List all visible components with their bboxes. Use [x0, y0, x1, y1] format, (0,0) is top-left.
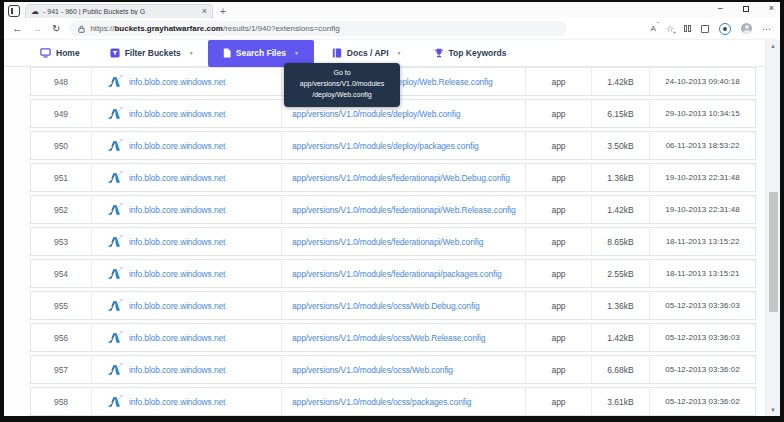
file-size: 8.65kB [591, 228, 649, 255]
nav-item-home[interactable]: Home [40, 48, 80, 58]
bucket-cell: ↗ info.blob.core.windows.net [91, 196, 281, 223]
collections-icon[interactable] [701, 25, 709, 33]
nav-label: Docs / API [347, 48, 389, 58]
results-area: 948 ↗ info.blob.core.windows.net app/ver… [4, 67, 780, 416]
tab-strip: ☁ - 941 - 960 | Public Buckets by G × + … [4, 2, 780, 18]
file-link[interactable]: app/versions/V1.0/modules/federationapi/… [292, 205, 516, 215]
file-type: app [525, 68, 591, 95]
external-link-icon: ↗ [118, 73, 123, 80]
browser-tab[interactable]: ☁ - 941 - 960 | Public Buckets by G × [25, 4, 213, 18]
file-cell: app/versions/V1.0/modules/deploy/package… [281, 132, 525, 159]
file-link[interactable]: app/versions/V1.0/modules/federationapi/… [292, 269, 502, 279]
azure-icon[interactable]: ↗ [108, 237, 122, 247]
bucket-cell: ↗ info.blob.core.windows.net [91, 132, 281, 159]
table-row: 958 ↗ info.blob.core.windows.net app/ver… [30, 387, 756, 416]
nav-item-filter-buckets[interactable]: Filter Buckets ▼ [110, 48, 194, 58]
settings-more-icon[interactable]: ⋯ [762, 24, 772, 34]
tab-title: - 941 - 960 | Public Buckets by G [43, 8, 198, 15]
table-row: 954 ↗ info.blob.core.windows.net app/ver… [30, 259, 756, 288]
window-controls: – × [718, 4, 774, 13]
azure-icon[interactable]: ↗ [108, 141, 122, 151]
table-row: 956 ↗ info.blob.core.windows.net app/ver… [30, 323, 756, 352]
bucket-link[interactable]: info.blob.core.windows.net [129, 333, 225, 343]
azure-icon[interactable]: ↗ [108, 173, 122, 183]
file-link[interactable]: app/versions/V1.0/modules/ocss/Web.confi… [292, 365, 453, 375]
azure-icon[interactable]: ↗ [108, 365, 122, 375]
azure-icon[interactable]: ↗ [108, 77, 122, 87]
scrollbar-thumb[interactable] [769, 192, 778, 312]
browser-window: ☁ - 941 - 960 | Public Buckets by G × + … [0, 0, 784, 422]
bucket-cell: ↗ info.blob.core.windows.net [91, 100, 281, 127]
file-link[interactable]: app/versions/V1.0/modules/federationapi/… [292, 237, 483, 247]
file-link[interactable]: app/versions/V1.0/modules/deploy/package… [292, 141, 479, 151]
file-size: 6.15kB [591, 100, 649, 127]
bucket-link[interactable]: info.blob.core.windows.net [129, 397, 225, 407]
bucket-link[interactable]: info.blob.core.windows.net [129, 237, 225, 247]
bucket-link[interactable]: info.blob.core.windows.net [129, 109, 225, 119]
file-link[interactable]: app/versions/V1.0/modules/ocss/Web.Relea… [292, 333, 485, 343]
file-type: app [525, 356, 591, 383]
bucket-link[interactable]: info.blob.core.windows.net [129, 301, 225, 311]
azure-icon[interactable]: ↗ [108, 397, 122, 407]
external-link-icon: ↗ [118, 297, 123, 304]
file-size: 6.68kB [591, 356, 649, 383]
nav-item-top-keywords[interactable]: Top Keywords [434, 48, 507, 58]
azure-icon[interactable]: ↗ [108, 205, 122, 215]
results-table: 948 ↗ info.blob.core.windows.net app/ver… [30, 67, 756, 419]
file-link[interactable]: app/versions/V1.0/modules/deploy/Web.con… [292, 109, 460, 119]
split-screen-icon[interactable] [684, 25, 691, 32]
external-link-icon: ↗ [118, 233, 123, 240]
file-cell: app/versions/V1.0/modules/ocss/Web.Debug… [281, 292, 525, 319]
chevron-down-icon: ▼ [189, 50, 194, 56]
tab-actions-icon[interactable] [8, 5, 20, 17]
scroll-up-icon[interactable]: ▲ [766, 43, 780, 49]
file-link[interactable]: app/versions/V1.0/modules/ocss/Web.Debug… [292, 301, 479, 311]
browser-essentials-icon[interactable] [719, 23, 731, 35]
bucket-link[interactable]: info.blob.core.windows.net [129, 173, 225, 183]
trophy-icon [434, 48, 444, 58]
azure-icon[interactable]: ↗ [108, 333, 122, 343]
lock-icon [78, 25, 85, 33]
file-cell: app/versions/V1.0/modules/federationapi/… [281, 196, 525, 223]
file-link[interactable]: app/versions/V1.0/modules/ocss/packages.… [292, 397, 471, 407]
azure-icon[interactable]: ↗ [108, 269, 122, 279]
row-number: 953 [31, 228, 91, 255]
bucket-cell: ↗ info.blob.core.windows.net [91, 164, 281, 191]
file-link[interactable]: app/versions/V1.0/modules/federationapi/… [292, 173, 510, 183]
bucket-link[interactable]: info.blob.core.windows.net [129, 365, 225, 375]
bucket-link[interactable]: info.blob.core.windows.net [129, 269, 225, 279]
maximize-button[interactable] [743, 6, 749, 12]
tab-close-icon[interactable]: × [202, 7, 207, 16]
file-icon [223, 48, 231, 58]
back-icon[interactable]: ← [12, 23, 23, 34]
external-link-icon: ↗ [118, 393, 123, 400]
bucket-link[interactable]: info.blob.core.windows.net [129, 205, 225, 215]
file-date: 18-11-2013 13:15:21 [649, 260, 755, 287]
file-size: 2.55kB [591, 260, 649, 287]
azure-icon[interactable]: ↗ [108, 109, 122, 119]
nav-label: Search Files [236, 48, 286, 58]
bucket-link[interactable]: info.blob.core.windows.net [129, 141, 225, 151]
row-number: 949 [31, 100, 91, 127]
minimize-button[interactable]: – [718, 4, 723, 13]
row-number: 957 [31, 356, 91, 383]
new-tab-button[interactable]: + [220, 7, 226, 17]
close-button[interactable]: × [769, 4, 774, 13]
profile-avatar[interactable] [741, 23, 752, 34]
add-favorite-icon[interactable]: ☆ [666, 24, 674, 34]
nav-item-docs-api[interactable]: Docs / API ▼ [332, 48, 402, 58]
refresh-icon[interactable]: ↻ [52, 24, 60, 34]
address-bar[interactable]: https://buckets.grayhatwarfare.com/resul… [69, 21, 567, 36]
azure-icon[interactable]: ↗ [108, 301, 122, 311]
vertical-scrollbar[interactable]: ▲ ▼ [765, 40, 780, 416]
bucket-link[interactable]: info.blob.core.windows.net [129, 77, 225, 87]
file-cell: app/versions/V1.0/modules/federationapi/… [281, 228, 525, 255]
read-aloud-icon[interactable]: A [651, 24, 656, 33]
filter-bucket-icon [110, 48, 120, 58]
file-cell: app/versions/V1.0/modules/ocss/packages.… [281, 388, 525, 415]
bucket-cell: ↗ info.blob.core.windows.net [91, 228, 281, 255]
table-row: 952 ↗ info.blob.core.windows.net app/ver… [30, 195, 756, 224]
url-text: https://buckets.grayhatwarfare.com/resul… [90, 24, 339, 33]
scroll-down-icon[interactable]: ▼ [766, 407, 780, 413]
goto-tooltip: Go to app/versions/V1.0/modules /deploy/… [284, 63, 400, 107]
